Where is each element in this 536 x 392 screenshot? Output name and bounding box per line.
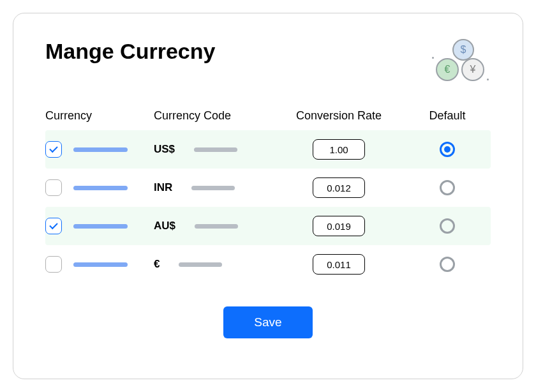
currency-table: Currency Currency Code Conversion Rate D… (45, 102, 491, 283)
page-title: Mange Currecny (45, 39, 215, 64)
save-button[interactable]: Save (223, 306, 312, 338)
currency-coins-icon: $ € ¥ (427, 39, 491, 84)
col-currency: Currency (45, 109, 147, 123)
default-radio[interactable] (440, 257, 455, 272)
placeholder-bar (73, 147, 128, 152)
currency-code: € (154, 258, 160, 271)
col-rate: Conversion Rate (275, 109, 403, 123)
placeholder-bar (179, 262, 222, 267)
conversion-rate-input[interactable] (313, 254, 365, 275)
manage-currency-card: Mange Currecny $ € ¥ Currency Currency C… (13, 13, 523, 379)
default-radio[interactable] (440, 218, 455, 234)
table-row: US$ (45, 130, 491, 169)
table-header: Currency Currency Code Conversion Rate D… (45, 102, 491, 130)
row-checkbox[interactable] (45, 141, 62, 158)
placeholder-bar (195, 224, 238, 229)
actions-row: Save (45, 306, 491, 338)
currency-code: AU$ (154, 220, 175, 232)
conversion-rate-input[interactable] (313, 139, 365, 160)
checkmark-icon (49, 144, 57, 153)
euro-coin-icon: € (436, 58, 459, 81)
radio-dot-icon (444, 146, 450, 153)
placeholder-bar (194, 147, 237, 152)
checkmark-icon (49, 221, 57, 229)
currency-code: INR (154, 181, 172, 194)
currency-code: US$ (154, 143, 175, 156)
col-default: Default (409, 109, 486, 123)
conversion-rate-input[interactable] (313, 177, 365, 198)
default-radio[interactable] (440, 142, 455, 157)
default-radio[interactable] (440, 180, 455, 195)
row-checkbox[interactable] (45, 256, 62, 273)
row-checkbox[interactable] (45, 218, 62, 234)
row-checkbox[interactable] (45, 179, 62, 196)
placeholder-bar (73, 262, 128, 267)
table-row: INR (45, 169, 491, 207)
placeholder-bar (73, 224, 128, 229)
conversion-rate-input[interactable] (313, 216, 365, 236)
table-row: AU$ (45, 207, 491, 245)
placeholder-bar (73, 186, 128, 190)
dollar-coin-icon: $ (452, 39, 474, 61)
header-row: Mange Currecny $ € ¥ (45, 39, 491, 84)
yen-coin-icon: ¥ (461, 58, 484, 81)
col-code: Currency Code (154, 109, 269, 123)
placeholder-bar (191, 186, 235, 190)
table-row: € (45, 245, 491, 283)
